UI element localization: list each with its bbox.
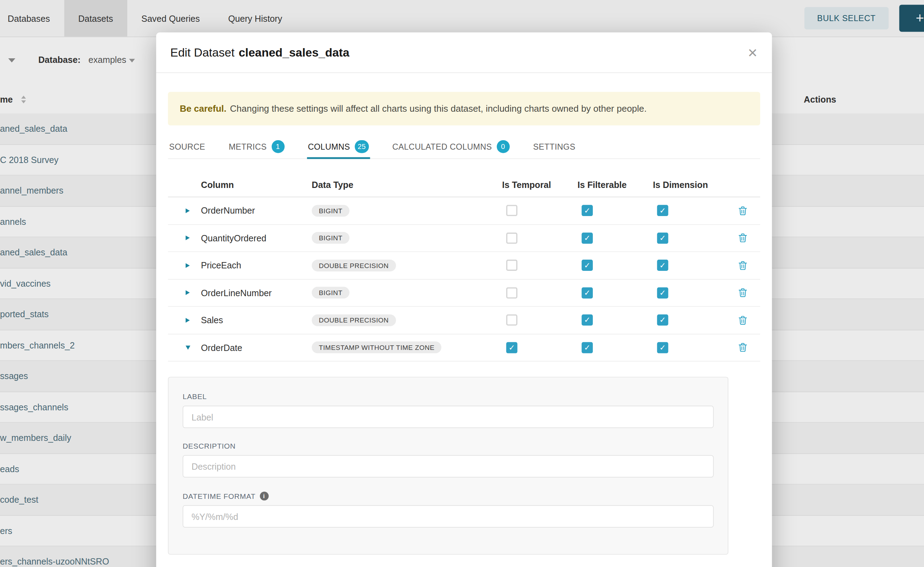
column-rows: OrderNumberBIGINT✓✓QuantityOrderedBIGINT… bbox=[168, 197, 760, 362]
delete-cell bbox=[725, 233, 760, 243]
collapse-caret-icon[interactable] bbox=[186, 345, 190, 350]
info-icon[interactable]: i bbox=[259, 492, 268, 500]
is-filterable-checkbox[interactable]: ✓ bbox=[582, 314, 593, 326]
tab-label: SETTINGS bbox=[533, 142, 575, 152]
expand-caret-icon[interactable] bbox=[186, 236, 190, 240]
column-row-sales: SalesDOUBLE PRECISION✓✓ bbox=[168, 307, 760, 334]
expand-caret-icon[interactable] bbox=[186, 291, 190, 295]
is-filterable-checkbox-cell: ✓ bbox=[574, 205, 649, 216]
warning-bold-text: Be careful. bbox=[180, 103, 226, 114]
trash-icon[interactable] bbox=[738, 343, 747, 352]
is-filterable-checkbox-cell: ✓ bbox=[574, 260, 649, 271]
is-dimension-checkbox[interactable]: ✓ bbox=[657, 342, 668, 353]
tab-columns[interactable]: COLUMNS25 bbox=[307, 135, 370, 158]
description-field-label-text: DESCRIPTION bbox=[183, 442, 236, 450]
data-type-pill: BIGINT bbox=[312, 205, 350, 217]
column-detail-panel: LABEL DESCRIPTION DATETIME FORMAT i bbox=[168, 377, 728, 555]
caret-cell bbox=[168, 236, 201, 240]
delete-cell bbox=[725, 343, 760, 352]
tab-count-badge: 0 bbox=[497, 140, 509, 153]
is-temporal-checkbox[interactable]: ✓ bbox=[506, 342, 518, 353]
label-input[interactable] bbox=[183, 406, 714, 428]
caret-cell bbox=[168, 291, 201, 295]
is-temporal-checkbox-cell bbox=[498, 287, 574, 298]
column-name: QuantityOrdered bbox=[201, 233, 312, 243]
is-temporal-checkbox[interactable] bbox=[506, 314, 518, 326]
data-type-pill: DOUBLE PRECISION bbox=[312, 260, 396, 272]
is-dimension-checkbox[interactable]: ✓ bbox=[657, 287, 668, 298]
is-temporal-checkbox[interactable] bbox=[506, 260, 518, 271]
is-filterable-checkbox[interactable]: ✓ bbox=[582, 205, 593, 216]
data-type-cell: DOUBLE PRECISION bbox=[312, 260, 498, 272]
is-dimension-checkbox-cell: ✓ bbox=[649, 314, 725, 326]
datetime-format-input[interactable] bbox=[183, 505, 714, 528]
trash-icon[interactable] bbox=[738, 233, 747, 243]
is-temporal-checkbox[interactable] bbox=[506, 205, 518, 216]
caret-cell bbox=[168, 263, 201, 268]
warning-text: Changing these settings will affect all … bbox=[230, 103, 647, 114]
data-type-cell: BIGINT bbox=[312, 205, 498, 217]
column-name: PriceEach bbox=[201, 260, 312, 270]
is-dimension-checkbox[interactable]: ✓ bbox=[657, 260, 668, 271]
is-filterable-checkbox-cell: ✓ bbox=[574, 314, 649, 326]
modal-title-dataset-name: cleaned_sales_data bbox=[239, 46, 349, 59]
column-row-ordernumber: OrderNumberBIGINT✓✓ bbox=[168, 197, 760, 225]
columns-table: Column Data Type Is Temporal Is Filterab… bbox=[168, 172, 760, 362]
data-type-cell: TIMESTAMP WITHOUT TIME ZONE bbox=[312, 342, 498, 354]
description-field-label: DESCRIPTION bbox=[183, 442, 714, 450]
trash-icon[interactable] bbox=[738, 261, 747, 270]
is-temporal-checkbox-cell bbox=[498, 205, 574, 216]
trash-icon[interactable] bbox=[738, 288, 747, 297]
column-name: OrderNumber bbox=[201, 206, 312, 215]
tab-label: SOURCE bbox=[169, 142, 205, 152]
is-dimension-checkbox-cell: ✓ bbox=[649, 287, 725, 298]
caret-cell bbox=[168, 208, 201, 213]
tab-source[interactable]: SOURCE bbox=[168, 135, 206, 158]
tab-label: COLUMNS bbox=[308, 142, 350, 152]
column-header: Column bbox=[201, 179, 312, 189]
column-name: OrderDate bbox=[201, 342, 312, 352]
column-name: Sales bbox=[201, 315, 312, 325]
is-dimension-checkbox[interactable]: ✓ bbox=[657, 232, 668, 244]
description-input[interactable] bbox=[183, 455, 714, 478]
expand-caret-icon[interactable] bbox=[186, 263, 190, 268]
is-filterable-checkbox-cell: ✓ bbox=[574, 287, 649, 298]
is-dimension-checkbox-cell: ✓ bbox=[649, 342, 725, 353]
is-temporal-checkbox[interactable] bbox=[506, 287, 518, 298]
data-type-pill: BIGINT bbox=[312, 287, 350, 299]
delete-cell bbox=[725, 261, 760, 270]
is-filterable-checkbox[interactable]: ✓ bbox=[582, 287, 593, 298]
is-filterable-checkbox-cell: ✓ bbox=[574, 232, 649, 244]
expand-caret-icon[interactable] bbox=[186, 318, 190, 322]
data-type-cell: BIGINT bbox=[312, 232, 498, 244]
delete-cell bbox=[725, 206, 760, 215]
column-row-orderdate: OrderDateTIMESTAMP WITHOUT TIME ZONE✓✓✓ bbox=[168, 334, 760, 362]
is-temporal-checkbox[interactable] bbox=[506, 232, 518, 244]
is-dimension-checkbox-cell: ✓ bbox=[649, 205, 725, 216]
tab-label: CALCULATED COLUMNS bbox=[393, 142, 492, 152]
datetime-format-label-text: DATETIME FORMAT bbox=[183, 492, 256, 500]
is-dimension-checkbox[interactable]: ✓ bbox=[657, 205, 668, 216]
expand-caret-icon[interactable] bbox=[186, 208, 190, 213]
caret-cell bbox=[168, 345, 201, 350]
column-row-quantityordered: QuantityOrderedBIGINT✓✓ bbox=[168, 225, 760, 252]
is-temporal-header: Is Temporal bbox=[498, 179, 574, 189]
tab-metrics[interactable]: METRICS1 bbox=[227, 135, 286, 158]
tab-settings[interactable]: SETTINGS bbox=[532, 135, 576, 158]
is-dimension-checkbox-cell: ✓ bbox=[649, 260, 725, 271]
is-filterable-checkbox[interactable]: ✓ bbox=[582, 232, 593, 244]
close-icon[interactable]: ✕ bbox=[748, 46, 758, 58]
label-field: LABEL bbox=[183, 393, 714, 428]
tab-calculated-columns[interactable]: CALCULATED COLUMNS0 bbox=[391, 135, 510, 158]
is-temporal-checkbox-cell bbox=[498, 232, 574, 244]
is-filterable-checkbox[interactable]: ✓ bbox=[582, 342, 593, 353]
is-dimension-checkbox[interactable]: ✓ bbox=[657, 314, 668, 326]
screen: DatabasesDatasetsSaved QueriesQuery Hist… bbox=[0, 0, 924, 567]
datetime-format-field-label: DATETIME FORMAT i bbox=[183, 492, 714, 500]
is-temporal-checkbox-cell bbox=[498, 260, 574, 271]
trash-icon[interactable] bbox=[738, 315, 747, 325]
is-filterable-checkbox[interactable]: ✓ bbox=[582, 260, 593, 271]
trash-icon[interactable] bbox=[738, 206, 747, 215]
data-type-pill: BIGINT bbox=[312, 232, 350, 244]
modal-tabs: SOURCEMETRICS1COLUMNS25CALCULATED COLUMN… bbox=[168, 135, 760, 159]
